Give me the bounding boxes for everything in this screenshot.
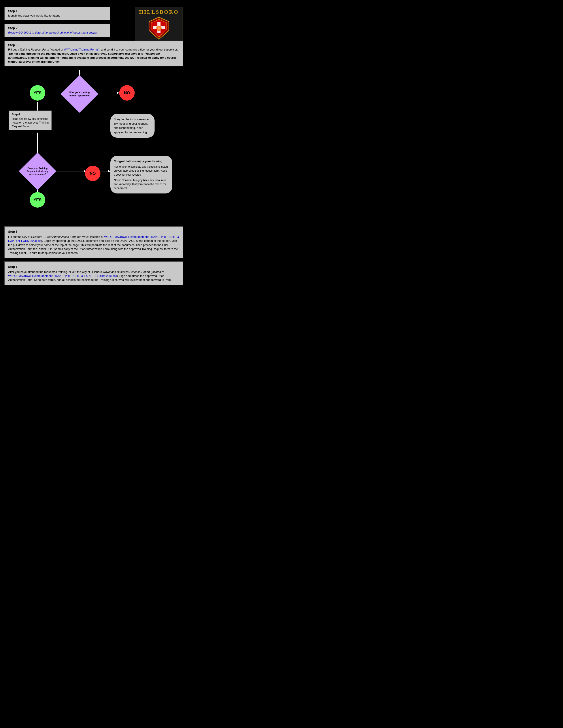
step4-content: Read and follow any directions noted on … xyxy=(12,117,49,128)
step3-label: Step 3 xyxy=(8,43,179,47)
step6-link[interactable]: W:\FORMS\Travel Reimbursement\TRAVEL PRE… xyxy=(8,274,117,278)
logo-top-text: HILLSBORO xyxy=(137,9,181,15)
step4-box: Step 4 Read and follow any directions no… xyxy=(9,111,52,130)
yes2-label: YES xyxy=(30,192,45,208)
step3-link[interactable]: W:\Training\Training Forms xyxy=(64,48,98,51)
sorry-text: Sorry for the inconvenience. Try modifyi… xyxy=(110,114,154,138)
no1-circle: NO xyxy=(119,85,135,101)
logo-shield-icon: ✦ xyxy=(147,16,171,40)
step2-box: Step 2 Review GO 600-1 to determine the … xyxy=(4,24,110,37)
diamond1-container: Was your training request approved? xyxy=(61,80,98,108)
congrats-title: Congratulations enjoy your training. xyxy=(114,159,163,163)
congrats-box: Congratulations enjoy your training. Rem… xyxy=(110,156,172,193)
diamond2-container: Does your Training Request include any t… xyxy=(19,157,56,186)
continuation-line xyxy=(38,208,38,214)
step1-content: Identify the class you would like to att… xyxy=(8,14,107,18)
step6-box: Step 6 After you have attended the reque… xyxy=(4,261,183,285)
no2-circle: NO xyxy=(85,166,100,181)
congrats-note: Note: Consider bringing back any resourc… xyxy=(114,178,169,190)
step5-label: Step 5 xyxy=(8,229,179,234)
page: HILLSBORO ✦ FIRE & RESCUE Step 1 Identif… xyxy=(4,7,183,285)
step2-container: Step 2 Review GO 600-1 to determine the … xyxy=(4,24,130,37)
yes2-circle: YES xyxy=(30,192,45,208)
congrats-body: Remember to complete any instructions no… xyxy=(114,165,169,177)
diamond2-text: Does your Training Request include any t… xyxy=(26,167,49,176)
step4-label: Step 4 xyxy=(12,113,49,116)
step2-content: Review GO 600-1 to determine the desired… xyxy=(8,31,107,35)
step3-content: Fill out a Training Request Form (locate… xyxy=(8,48,179,64)
flowchart-area: Was your training request approved? YES … xyxy=(4,70,183,224)
no2-label: NO xyxy=(85,166,100,181)
step1-container: Step 1 Identify the class you would like… xyxy=(4,7,130,20)
no1-label: NO xyxy=(119,85,135,101)
step6-label: Step 6 xyxy=(8,265,179,269)
svg-marker-10 xyxy=(117,92,119,94)
step5-content: Fill out the City of Hillsboro – Prior A… xyxy=(8,235,179,255)
step3-container: Step 3 Fill out a Training Request Form … xyxy=(4,41,183,66)
yes1-label: YES xyxy=(30,85,45,101)
step1-box: Step 1 Identify the class you would like… xyxy=(4,7,110,20)
step3-box: Step 3 Fill out a Training Request Form … xyxy=(4,41,183,66)
step6-content: After you have attended the requested tr… xyxy=(8,270,179,282)
step5-container: Step 5 Fill out the City of Hillsboro – … xyxy=(4,226,183,258)
step5-box: Step 5 Fill out the City of Hillsboro – … xyxy=(4,226,183,258)
svg-marker-20 xyxy=(108,170,110,172)
step1-label: Step 1 xyxy=(8,9,107,13)
step6-container: Step 6 After you have attended the reque… xyxy=(4,261,183,285)
step2-label: Step 2 xyxy=(8,26,107,30)
svg-text:✦: ✦ xyxy=(158,26,160,30)
step2-link[interactable]: Review GO 600-1 to determine the desired… xyxy=(8,31,98,34)
yes1-circle: YES xyxy=(30,85,45,101)
diamond1-text: Was your training request approved? xyxy=(68,91,90,97)
sorry-box: Sorry for the inconvenience. Try modifyi… xyxy=(110,114,154,138)
